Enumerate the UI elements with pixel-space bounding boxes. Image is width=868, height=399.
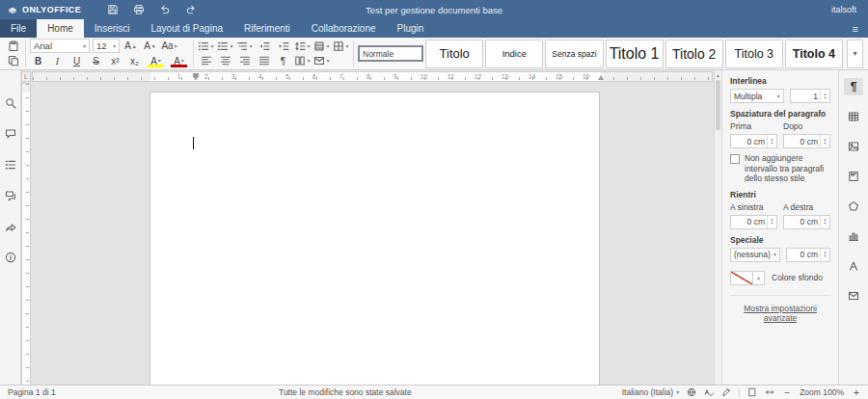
italic-button[interactable]: I (49, 54, 66, 68)
chat-icon[interactable] (3, 188, 18, 203)
bold-button[interactable]: B (30, 54, 46, 68)
style-titolo-2[interactable]: Titolo 2 (665, 40, 723, 68)
document-page[interactable] (149, 92, 600, 386)
increase-indent-button[interactable] (275, 39, 291, 53)
tab-inserisci[interactable]: Inserisci (84, 19, 141, 38)
highlight-color-button[interactable]: A▾ (146, 54, 166, 68)
font-color-button[interactable]: A▾ (169, 54, 189, 68)
spacing-after-input[interactable]: 0 cm ▴▾ (783, 134, 830, 148)
styles-gallery-expand-button[interactable]: ▾ (847, 40, 863, 68)
spellcheck-icon[interactable] (704, 387, 714, 397)
save-status: Tutte le modifiche sono state salvate (279, 387, 412, 397)
paragraph-shading-button[interactable]: ▾ (313, 39, 330, 53)
align-right-button[interactable] (236, 54, 253, 68)
redo-button[interactable] (184, 3, 198, 16)
special-indent-select[interactable]: (nessuna)▾ (730, 248, 780, 262)
style-titolo-1[interactable]: Titolo 1 (606, 40, 664, 68)
strikethrough-button[interactable]: S (88, 54, 104, 68)
tab-file[interactable]: File (0, 19, 37, 38)
tab-riferimenti[interactable]: Riferimenti (233, 19, 301, 38)
scrollbar-thumb[interactable] (716, 80, 720, 130)
tab-home[interactable]: Home (37, 19, 84, 38)
undo-button[interactable] (158, 3, 172, 16)
shape-settings-icon[interactable] (844, 198, 863, 215)
style-indice[interactable]: Indice (485, 40, 543, 68)
paste-button[interactable] (5, 39, 21, 53)
decrease-font-button[interactable]: A▼ (142, 39, 158, 53)
language-select[interactable]: Italiano (Italia) ▾ (622, 387, 679, 397)
comments-icon[interactable] (3, 126, 18, 142)
tab-collaborazione[interactable]: Collaborazione (301, 19, 387, 38)
about-icon[interactable] (3, 250, 18, 265)
save-button[interactable] (106, 3, 120, 16)
style-titolo-3[interactable]: Titolo 3 (725, 40, 783, 68)
horizontal-ruler[interactable]: 12345678910111213141516 (32, 71, 713, 82)
text-cursor (193, 137, 194, 149)
align-center-button[interactable] (217, 54, 233, 68)
mailmerge-button[interactable]: ▾ (313, 54, 330, 68)
zoom-out-button[interactable]: − (782, 387, 792, 398)
navigation-icon[interactable] (3, 157, 18, 173)
textart-settings-icon[interactable] (844, 257, 863, 275)
spacing-before-input[interactable]: 0 cm ▴▾ (730, 134, 777, 148)
table-settings-icon[interactable] (844, 108, 863, 125)
font-group: Arial▾ 12▾ A▲ A▼ Aa▾ B I U S x² x₂ A▾ (28, 38, 191, 69)
nonprinting-characters-button[interactable]: ¶ (275, 54, 291, 68)
columns-button[interactable]: ▾ (294, 54, 311, 68)
vertical-ruler[interactable] (21, 83, 31, 386)
copy-button[interactable] (5, 54, 21, 68)
paragraph-settings-icon[interactable]: ¶ (844, 78, 863, 95)
increase-font-button[interactable]: A▲ (122, 39, 139, 53)
align-left-button[interactable] (198, 54, 214, 68)
view-settings-icon[interactable]: ≡ (843, 19, 868, 38)
numbering-button[interactable]: ▾ (217, 39, 233, 53)
superscript-button[interactable]: x² (107, 54, 123, 68)
advanced-settings-link[interactable]: Mostra impostazioni avanzate (730, 295, 830, 323)
headerfooter-settings-icon[interactable] (844, 168, 863, 185)
mailmerge-settings-icon[interactable] (844, 287, 863, 305)
justify-button[interactable] (256, 54, 272, 68)
style-normale[interactable]: Normale (358, 45, 423, 62)
multilevel-list-button[interactable]: ▾ (236, 39, 253, 53)
fit-page-icon[interactable] (747, 387, 757, 397)
paragraph-settings-panel: Interlinea Multipla▾ 1 ▴▾ Spaziatura del… (721, 70, 838, 386)
page-count[interactable]: Pagina 1 di 1 (0, 387, 56, 397)
track-changes-icon[interactable] (721, 387, 731, 397)
scroll-up-arrow[interactable]: ▲ (716, 72, 720, 78)
line-spacing-amount-input[interactable]: 1 ▴▾ (790, 89, 830, 103)
style-titolo[interactable]: Titolo (425, 40, 483, 68)
font-name-select[interactable]: Arial▾ (30, 39, 90, 53)
change-case-button[interactable]: Aa▾ (161, 39, 177, 53)
font-size-select[interactable]: 12▾ (93, 39, 120, 53)
bullets-button[interactable]: ▾ (198, 39, 214, 53)
special-indent-input[interactable]: 0 cm ▴▾ (786, 248, 830, 262)
background-color-swatch[interactable] (730, 271, 753, 285)
indent-right-input[interactable]: 0 cm ▴▾ (783, 215, 830, 229)
style-senza-spazi[interactable]: Senza spazi (545, 40, 603, 68)
zoom-level[interactable]: Zoom 100% (800, 387, 844, 397)
borders-button[interactable]: ▾ (333, 39, 349, 53)
left-indent-marker[interactable] (193, 73, 199, 80)
chart-settings-icon[interactable] (844, 227, 863, 245)
no-space-between-paragraphs-checkbox[interactable]: Non aggiungere intervallo tra paragrafi … (730, 153, 830, 184)
background-color-dropdown[interactable]: ▾ (753, 271, 765, 285)
underline-button[interactable]: U (68, 54, 85, 68)
logo-icon (7, 4, 18, 15)
vertical-scrollbar[interactable]: ▲ (714, 70, 721, 386)
image-settings-icon[interactable] (844, 138, 863, 155)
feedback-icon[interactable] (3, 219, 18, 234)
line-spacing-button[interactable]: ▾ (294, 39, 311, 53)
subscript-button[interactable]: x₂ (126, 54, 143, 68)
search-icon[interactable] (3, 95, 18, 111)
indent-left-input[interactable]: 0 cm ▴▾ (730, 215, 777, 229)
document-language-icon[interactable] (687, 387, 696, 397)
tab-plugin[interactable]: Plugin (387, 19, 435, 38)
decrease-indent-button[interactable] (256, 39, 272, 53)
zoom-in-button[interactable]: + (852, 387, 861, 398)
print-button[interactable] (132, 3, 146, 16)
tab-layout-di-pagina[interactable]: Layout di Pagina (141, 19, 234, 38)
style-titolo-4[interactable]: Titolo 4 (785, 40, 843, 68)
fit-width-icon[interactable] (765, 387, 774, 397)
tab-stop-selector[interactable]: L (21, 71, 31, 82)
line-spacing-select[interactable]: Multipla▾ (730, 89, 784, 103)
